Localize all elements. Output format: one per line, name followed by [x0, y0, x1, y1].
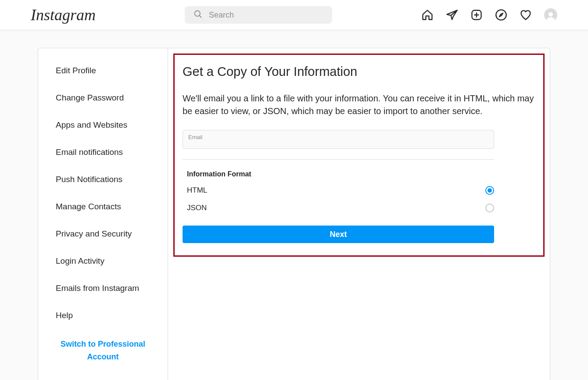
email-label: Email: [188, 134, 488, 140]
sidebar-item-change-password[interactable]: Change Password: [38, 84, 168, 111]
activity-icon[interactable]: [520, 9, 532, 21]
svg-line-1: [199, 15, 201, 17]
sidebar-item-email-notifications[interactable]: Email notifications: [38, 139, 168, 166]
settings-main: Get a Copy of Your Information We'll ema…: [168, 48, 550, 380]
radio-html[interactable]: [485, 186, 494, 195]
format-option-json-label: JSON: [187, 204, 207, 212]
next-button[interactable]: Next: [183, 226, 494, 243]
email-field[interactable]: Email: [183, 130, 494, 149]
svg-marker-6: [499, 13, 503, 17]
profile-avatar[interactable]: [544, 8, 557, 22]
switch-professional-link[interactable]: Switch to Professional Account: [38, 329, 168, 368]
sidebar-item-login-activity[interactable]: Login Activity: [38, 247, 168, 275]
sidebar-item-emails-from-instagram[interactable]: Emails from Instagram: [38, 275, 168, 302]
sidebar-item-edit-profile[interactable]: Edit Profile: [38, 57, 168, 84]
messages-icon[interactable]: [446, 9, 458, 21]
format-option-html[interactable]: HTML: [187, 186, 494, 195]
svg-point-7: [549, 12, 553, 17]
sidebar-item-apps-websites[interactable]: Apps and Websites: [38, 111, 168, 139]
search-wrap: [185, 6, 332, 24]
explore-icon[interactable]: [495, 9, 507, 21]
home-icon[interactable]: [421, 9, 434, 21]
instagram-logo[interactable]: Instagram: [31, 6, 96, 24]
format-heading: Information Format: [187, 170, 535, 178]
radio-json[interactable]: [485, 204, 494, 212]
sidebar-item-manage-contacts[interactable]: Manage Contacts: [38, 193, 168, 220]
search-input[interactable]: [185, 6, 332, 24]
format-option-json[interactable]: JSON: [187, 204, 494, 212]
sidebar-item-privacy-security[interactable]: Privacy and Security: [38, 220, 168, 247]
download-data-panel: Get a Copy of Your Information We'll ema…: [173, 54, 545, 257]
svg-point-5: [496, 10, 506, 20]
nav-icons: [421, 8, 557, 22]
settings-container: Edit Profile Change Password Apps and We…: [38, 48, 550, 380]
top-header: Instagram: [0, 0, 588, 30]
sidebar-item-help[interactable]: Help: [38, 302, 168, 329]
format-option-html-label: HTML: [187, 186, 207, 195]
settings-sidebar: Edit Profile Change Password Apps and We…: [38, 48, 168, 380]
page-description: We'll email you a link to a file with yo…: [183, 92, 535, 118]
new-post-icon[interactable]: [470, 9, 483, 21]
page-title: Get a Copy of Your Information: [183, 65, 535, 79]
sidebar-item-push-notifications[interactable]: Push Notifications: [38, 166, 168, 193]
divider: [183, 159, 494, 160]
search-icon: [194, 10, 202, 20]
